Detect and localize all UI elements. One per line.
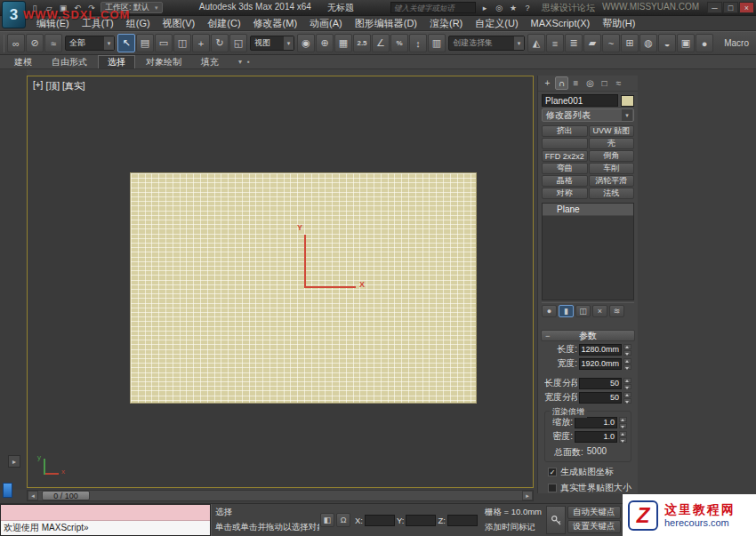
maximize-button[interactable]: □ xyxy=(723,2,738,13)
viewport[interactable]: [+] [顶] [真实] Y X x y xyxy=(27,76,534,488)
ribbon-tab[interactable]: 对象绘制 xyxy=(137,55,190,68)
menu-item[interactable]: 图形编辑器(D) xyxy=(349,16,423,31)
snap-toggle-icon[interactable]: 2.5 xyxy=(353,34,371,52)
modifier-preset-button[interactable]: FFD 2x2x2 xyxy=(542,150,588,162)
configure-modifier-sets-icon[interactable]: ≋ xyxy=(609,305,624,317)
plane-object[interactable] xyxy=(130,172,477,404)
utilities-tab-icon[interactable]: ≈ xyxy=(612,76,625,90)
modifier-preset-button[interactable]: 晶格 xyxy=(542,175,588,187)
modifier-preset-button[interactable]: 法线 xyxy=(589,188,635,199)
unlink-selection-icon[interactable]: ⊘ xyxy=(26,34,44,52)
rendered-frame-icon[interactable]: ▣ xyxy=(677,34,695,52)
selection-lock-toggle[interactable]: Ω xyxy=(336,513,350,527)
expand-panel-arrow[interactable]: ▸ xyxy=(8,455,20,468)
menu-item[interactable]: 修改器(M) xyxy=(247,16,304,31)
select-and-rotate-icon[interactable]: ↻ xyxy=(211,34,229,52)
help-icon[interactable]: ? xyxy=(521,2,534,13)
maxscript-mini-listener[interactable]: 欢迎使用 MAXScript» xyxy=(0,504,211,536)
time-slider-handle[interactable]: 0 / 100 xyxy=(42,491,90,500)
spinner-arrows[interactable] xyxy=(623,392,631,404)
bind-to-space-warp-icon[interactable]: ≈ xyxy=(44,34,62,52)
menu-item[interactable]: 自定义(U) xyxy=(469,16,524,31)
move-gizmo-y-axis[interactable] xyxy=(304,235,306,288)
graphite-ribbon-icon[interactable]: ▰ xyxy=(583,34,601,52)
make-unique-icon[interactable]: ◫ xyxy=(575,305,591,317)
modifier-preset-button[interactable] xyxy=(542,138,588,149)
ribbon-tab[interactable]: 建模 xyxy=(5,55,41,68)
menu-item[interactable]: MAXScript(X) xyxy=(525,17,597,29)
ribbon-tab[interactable]: 填充 xyxy=(192,55,228,68)
use-pivot-point-icon[interactable]: ◉ xyxy=(297,34,315,52)
reference-coordinate-dropdown[interactable]: 视图 ▾ xyxy=(250,36,294,51)
menu-item[interactable]: 动画(A) xyxy=(303,16,349,31)
listener-pane[interactable]: 欢迎使用 MAXScript» xyxy=(1,521,210,536)
app-logo[interactable]: 3 xyxy=(2,1,26,28)
named-selection-sets-dropdown[interactable]: 创建选择集 ▾ xyxy=(448,36,525,51)
modify-tab-icon[interactable]: ∩ xyxy=(555,76,568,90)
ribbon-minimize-icon[interactable]: ▾ xyxy=(238,58,242,66)
modifier-preset-button[interactable]: 弯曲 xyxy=(542,163,588,174)
menu-item[interactable]: 渲染(R) xyxy=(423,16,469,31)
modifier-preset-button[interactable]: 壳 xyxy=(589,138,635,149)
modifier-preset-button[interactable]: UVW 贴图 xyxy=(589,125,635,137)
spinner-arrows[interactable] xyxy=(623,358,631,370)
pin-stack-icon[interactable]: ● xyxy=(542,305,557,317)
viewport-layout-tab[interactable] xyxy=(3,483,12,498)
search-go-icon[interactable]: ▸ xyxy=(479,2,491,13)
length-field[interactable]: 1280.0mm xyxy=(579,344,622,356)
modifier-list-dropdown[interactable]: 修改器列表 ▾ xyxy=(542,108,634,122)
modifier-preset-button[interactable]: 倒角 xyxy=(589,150,635,162)
spinner-arrows[interactable] xyxy=(623,344,631,356)
keyboard-shortcut-override-icon[interactable]: ▦ xyxy=(334,34,352,52)
width-field[interactable]: 1920.0mm xyxy=(579,358,622,370)
show-end-result-icon[interactable]: ▮ xyxy=(559,305,574,317)
object-color-swatch[interactable] xyxy=(621,95,634,107)
select-and-manipulate-icon[interactable]: ⊕ xyxy=(316,34,334,52)
material-editor-icon[interactable]: ◍ xyxy=(639,34,657,52)
favorites-icon[interactable]: ★ xyxy=(507,2,519,13)
viewport-shading-menu[interactable]: [真实] xyxy=(62,80,85,92)
rectangular-selection-region-icon[interactable]: ▭ xyxy=(155,34,173,52)
modifier-preset-button[interactable]: 对称 xyxy=(542,188,588,199)
communication-center-icon[interactable]: ◎ xyxy=(493,2,505,13)
next-frame-arrow[interactable]: ▸ xyxy=(522,491,533,500)
spinner-snap-icon[interactable]: ↕ xyxy=(409,34,427,52)
select-and-scale-icon[interactable]: ◱ xyxy=(229,34,247,52)
add-time-tag[interactable]: 添加时间标记 xyxy=(485,522,542,533)
select-by-name-icon[interactable]: ▤ xyxy=(136,34,154,52)
width-segs-field[interactable]: 50 xyxy=(579,392,622,404)
modifier-stack-item[interactable]: Plane xyxy=(543,204,633,216)
set-key-button[interactable]: 设置关键点 xyxy=(567,520,621,533)
mirror-icon[interactable]: ◭ xyxy=(527,34,545,52)
previous-frame-arrow[interactable]: ◂ xyxy=(28,491,38,500)
align-icon[interactable]: ≡ xyxy=(546,34,564,52)
spinner-arrows[interactable] xyxy=(623,378,631,389)
render-production-icon[interactable]: ● xyxy=(696,34,713,52)
select-and-link-icon[interactable]: ∞ xyxy=(7,34,25,52)
spinner-arrows[interactable] xyxy=(619,431,627,443)
ribbon-config-icon[interactable]: ▪ xyxy=(247,58,250,66)
object-name-field[interactable]: Plane001 xyxy=(542,94,618,107)
schematic-view-icon[interactable]: ⊞ xyxy=(621,34,639,52)
set-key-toggle[interactable] xyxy=(546,506,566,534)
create-tab-icon[interactable]: + xyxy=(541,76,554,90)
real-world-map-size-checkbox[interactable]: 真实世界贴图大小 xyxy=(548,482,635,494)
hierarchy-tab-icon[interactable]: ≡ xyxy=(569,76,583,90)
motion-tab-icon[interactable]: ◎ xyxy=(583,76,597,90)
layer-manager-icon[interactable]: ≣ xyxy=(565,34,583,52)
rollout-header[interactable]: − 参数 xyxy=(541,330,635,341)
viewport-pov-menu[interactable]: [顶] xyxy=(45,80,60,92)
generate-mapping-coords-checkbox[interactable]: ✓ 生成贴图坐标 xyxy=(548,466,635,478)
ribbon-tab[interactable]: 自由形式 xyxy=(43,55,96,68)
z-coordinate-field[interactable] xyxy=(447,515,478,526)
x-coordinate-field[interactable] xyxy=(365,515,395,526)
angle-snap-icon[interactable]: ∠ xyxy=(372,34,390,52)
select-and-move-icon[interactable]: + xyxy=(192,34,210,52)
curve-editor-icon[interactable]: ~ xyxy=(602,34,620,52)
edit-named-selection-sets-icon[interactable]: ▥ xyxy=(428,34,446,52)
spinner-arrows[interactable] xyxy=(619,417,627,428)
move-gizmo-x-axis[interactable] xyxy=(304,286,356,288)
menu-item[interactable]: 创建(C) xyxy=(201,16,246,31)
viewport-general-menu[interactable]: [+] xyxy=(33,80,43,92)
scale-field[interactable]: 1.0 xyxy=(575,417,617,428)
